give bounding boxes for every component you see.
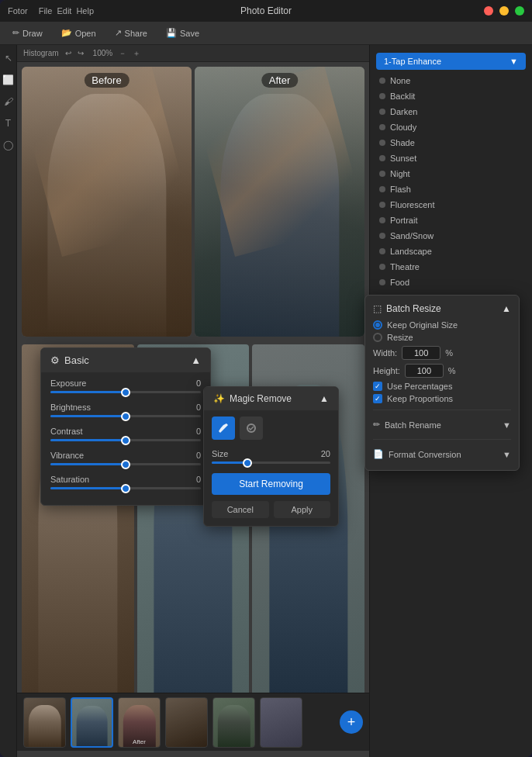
start-removing-btn[interactable]: Start Removing bbox=[212, 473, 330, 495]
magic-remove-header[interactable]: ✨ Magic Remove ▲ bbox=[204, 387, 338, 410]
enhance-button[interactable]: 1-Tap Enhance ▼ bbox=[376, 53, 526, 70]
zoom-out-btn[interactable]: － bbox=[119, 48, 126, 59]
toolbar-share[interactable]: ↗ Share bbox=[110, 26, 152, 40]
histogram-label[interactable]: Histogram bbox=[23, 49, 59, 57]
filter-darken[interactable]: Darken bbox=[370, 104, 532, 119]
restore-btn[interactable] bbox=[240, 417, 263, 440]
filter-portrait[interactable]: Portrait bbox=[370, 213, 532, 228]
saturation-track[interactable] bbox=[50, 487, 201, 489]
filter-backlit-dot bbox=[379, 93, 385, 99]
title-bar-left: Fotor File Edit Help bbox=[8, 6, 94, 16]
filter-shade[interactable]: Shade bbox=[370, 135, 532, 150]
size-slider[interactable] bbox=[212, 461, 330, 464]
use-percentages-checkbox[interactable]: ✓ bbox=[373, 382, 382, 391]
rename-icon: ✏ bbox=[373, 420, 380, 430]
cursor-icon[interactable]: ↖ bbox=[2, 51, 16, 65]
text-icon[interactable]: T bbox=[2, 116, 16, 130]
keep-original-radio[interactable] bbox=[373, 320, 382, 330]
filter-flash[interactable]: Flash bbox=[370, 181, 532, 197]
rename-expand-icon[interactable]: ▼ bbox=[503, 420, 511, 430]
filter-backlit[interactable]: Backlit bbox=[370, 88, 532, 104]
filter-fluorescent[interactable]: Fluorescent bbox=[370, 197, 532, 213]
brightness-track[interactable] bbox=[50, 415, 201, 417]
exposure-track[interactable] bbox=[50, 391, 201, 393]
brand-name: Fotor bbox=[8, 6, 28, 16]
thumb-6[interactable] bbox=[260, 697, 302, 748]
contrast-track[interactable] bbox=[50, 439, 201, 441]
filter-none-dot bbox=[379, 78, 385, 84]
cancel-btn[interactable]: Cancel bbox=[212, 501, 269, 518]
crop-icon[interactable]: ⬜ bbox=[2, 73, 16, 87]
apply-btn[interactable]: Apply bbox=[274, 501, 331, 518]
minimize-btn[interactable] bbox=[499, 6, 509, 16]
filter-landscape[interactable]: Landscape bbox=[370, 244, 532, 259]
shape-icon[interactable]: ◯ bbox=[2, 138, 16, 152]
filter-shade-dot bbox=[379, 140, 385, 146]
use-percentages-row[interactable]: ✓ Use Percentages bbox=[373, 382, 511, 391]
brush-remove-btn[interactable] bbox=[212, 417, 235, 440]
resize-row[interactable]: Resize bbox=[373, 333, 511, 342]
toolbar-open[interactable]: 📂 Open bbox=[57, 26, 101, 40]
magic-collapse-icon[interactable]: ▲ bbox=[320, 393, 329, 404]
keep-original-row[interactable]: Keep Original Size bbox=[373, 320, 511, 330]
zoom-in-btn[interactable]: ＋ bbox=[133, 48, 140, 59]
saturation-value: 0 bbox=[196, 475, 201, 484]
resize-radio[interactable] bbox=[373, 333, 382, 342]
thumb-2[interactable] bbox=[71, 697, 113, 748]
menu-help[interactable]: Help bbox=[76, 6, 94, 16]
basic-header[interactable]: ⚙ Basic ▲ bbox=[41, 348, 210, 372]
batch-resize-icon: ⬚ bbox=[373, 303, 382, 314]
filter-flash-label: Flash bbox=[390, 185, 411, 194]
add-photo-btn[interactable]: + bbox=[340, 710, 363, 734]
use-percentages-label: Use Percentages bbox=[387, 382, 452, 391]
exposure-label: Exposure bbox=[50, 378, 86, 388]
thumb-5[interactable] bbox=[212, 697, 255, 748]
filter-food[interactable]: Food bbox=[370, 275, 532, 290]
keep-proportions-row[interactable]: ✓ Keep Proportions bbox=[373, 394, 511, 403]
thumb-3[interactable]: After bbox=[118, 697, 161, 748]
thumb-label-3: After bbox=[133, 738, 146, 745]
keep-proportions-checkbox[interactable]: ✓ bbox=[373, 394, 382, 403]
filter-fluorescent-label: Fluorescent bbox=[390, 200, 434, 209]
batch-resize-collapse[interactable]: ▲ bbox=[502, 303, 511, 314]
close-btn[interactable] bbox=[484, 6, 493, 16]
width-row: Width: % bbox=[373, 346, 511, 360]
filter-none[interactable]: None bbox=[370, 73, 532, 88]
filter-sunset-label: Sunset bbox=[390, 154, 416, 163]
height-input[interactable] bbox=[405, 364, 444, 378]
vibrance-label: Vibrance bbox=[50, 451, 84, 460]
filter-darken-label: Darken bbox=[390, 107, 417, 116]
menu-file[interactable]: File bbox=[39, 6, 53, 16]
filter-night[interactable]: Night bbox=[370, 166, 532, 181]
filter-theatre[interactable]: Theatre bbox=[370, 259, 532, 275]
toolbar-draw[interactable]: ✏ Draw bbox=[8, 26, 47, 40]
filter-sandsnow-dot bbox=[379, 233, 385, 239]
before-photo bbox=[22, 67, 192, 337]
contrast-label: Contrast bbox=[50, 427, 83, 436]
share-icon: ↗ bbox=[115, 28, 122, 38]
filter-portrait-label: Portrait bbox=[390, 216, 417, 225]
canvas-toolbar: Histogram ↩ ↪ 100% － ＋ bbox=[17, 45, 369, 62]
thumb-4[interactable] bbox=[165, 697, 208, 748]
width-input[interactable] bbox=[402, 346, 440, 360]
batch-rename-row[interactable]: ✏ Batch Rename ▼ bbox=[373, 417, 511, 433]
format-expand-icon[interactable]: ▼ bbox=[503, 450, 511, 459]
maximize-btn[interactable] bbox=[515, 6, 524, 16]
toolbar-save[interactable]: 💾 Save bbox=[161, 26, 204, 40]
redo-btn[interactable]: ↪ bbox=[78, 49, 84, 57]
resize-label: Resize bbox=[387, 333, 413, 342]
filter-sunset[interactable]: Sunset bbox=[370, 150, 532, 166]
filter-backlit-label: Backlit bbox=[390, 92, 415, 101]
menu-edit[interactable]: Edit bbox=[57, 6, 71, 16]
filter-cloudy[interactable]: Cloudy bbox=[370, 119, 532, 135]
enhance-dropdown-icon: ▼ bbox=[510, 57, 518, 66]
thumb-1[interactable] bbox=[23, 697, 66, 748]
height-label: Height: bbox=[373, 366, 400, 375]
format-conversion-row[interactable]: 📄 Format Conversion ▼ bbox=[373, 446, 511, 462]
filter-sandsnow[interactable]: Sand/Snow bbox=[370, 228, 532, 244]
basic-collapse-icon[interactable]: ▲ bbox=[191, 354, 201, 366]
vibrance-track[interactable] bbox=[50, 463, 201, 465]
saturation-row: Saturation 0 bbox=[50, 475, 201, 489]
undo-btn[interactable]: ↩ bbox=[65, 49, 71, 57]
brush-icon[interactable]: 🖌 bbox=[2, 95, 16, 109]
